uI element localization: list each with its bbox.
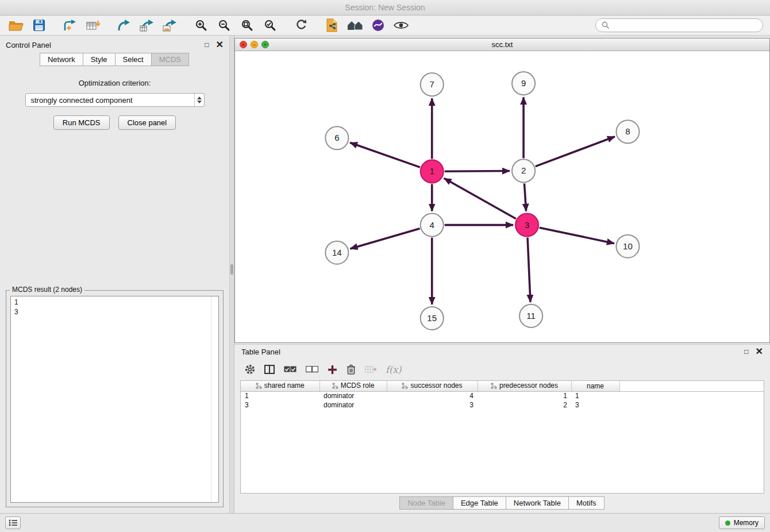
function-builder-button[interactable]: f(x) xyxy=(386,364,401,375)
tab-edge-table[interactable]: Edge Table xyxy=(453,496,506,510)
graph-node-2[interactable]: 2 xyxy=(512,159,535,182)
zoom-selected-button[interactable] xyxy=(261,17,279,33)
table-row-node-3[interactable]: 3 dominator 3 2 3 xyxy=(241,400,764,410)
maximize-window-button[interactable]: + xyxy=(261,41,269,48)
show-graphics-details-button[interactable] xyxy=(392,17,410,33)
float-table-panel-icon[interactable]: □ xyxy=(744,348,748,355)
result-scrollbar[interactable] xyxy=(211,296,218,502)
graph-node-1[interactable]: 1 xyxy=(421,160,444,183)
misc-toolbar-group xyxy=(323,17,410,33)
tab-mcds[interactable]: MCDS xyxy=(151,53,189,66)
memory-button[interactable]: Memory xyxy=(719,516,765,529)
zoom-out-button[interactable] xyxy=(215,17,233,33)
mcds-result-box[interactable]: 1 3 xyxy=(10,296,219,503)
edge-3-11[interactable] xyxy=(528,238,530,302)
open-file-button[interactable] xyxy=(7,17,25,33)
cell-name[interactable]: 1 xyxy=(571,391,619,400)
graph-node-11[interactable]: 11 xyxy=(519,304,542,327)
cell-mcds-role[interactable]: dominator xyxy=(319,391,387,400)
edge-2-3[interactable] xyxy=(524,183,526,211)
graph-node-8[interactable]: 8 xyxy=(616,120,639,143)
tab-select[interactable]: Select xyxy=(115,53,152,66)
column-header-mcds-role[interactable]: MCDS role xyxy=(319,381,387,391)
zoom-in-button[interactable] xyxy=(192,17,210,33)
mcds-result-line: 3 xyxy=(14,307,215,317)
edge-3-1[interactable] xyxy=(444,178,516,219)
edge-2-8[interactable] xyxy=(536,137,615,167)
graph-node-14[interactable]: 14 xyxy=(325,241,348,264)
search-input[interactable] xyxy=(613,21,757,30)
table-panel-tabs: Node Table Edge Table Network Table Moti… xyxy=(234,495,770,510)
cell-predecessor-nodes[interactable]: 2 xyxy=(478,400,571,410)
search-box[interactable] xyxy=(595,18,763,32)
delete-rows-button[interactable] xyxy=(346,364,356,375)
graph-node-7[interactable]: 7 xyxy=(421,73,444,96)
export-image-button[interactable] xyxy=(161,17,179,33)
splitter-thumb[interactable] xyxy=(230,264,233,275)
eye-icon xyxy=(394,21,409,30)
network-canvas[interactable]: 7968124314101511 xyxy=(235,51,769,342)
unselect-all-columns-button[interactable] xyxy=(306,366,318,373)
save-session-button[interactable] xyxy=(30,17,48,33)
edge-1-6[interactable] xyxy=(350,142,420,167)
new-network-button[interactable] xyxy=(115,17,133,33)
graph-node-15[interactable]: 15 xyxy=(421,307,444,330)
cell-predecessor-nodes[interactable]: 1 xyxy=(478,391,571,400)
close-panel-icon[interactable]: ✕ xyxy=(216,40,224,49)
import-network-document-button[interactable] xyxy=(323,17,341,33)
show-columns-button[interactable] xyxy=(264,365,275,374)
network-graph[interactable]: 7968124314101511 xyxy=(235,51,769,342)
select-all-columns-button[interactable] xyxy=(284,366,297,373)
column-header-predecessor-nodes[interactable]: predecessor nodes xyxy=(478,381,571,391)
column-header-successor-nodes[interactable]: successor nodes xyxy=(387,381,478,391)
graph-node-10[interactable]: 10 xyxy=(616,235,639,258)
cell-mcds-role[interactable]: dominator xyxy=(319,400,387,410)
tab-network-table[interactable]: Network Table xyxy=(506,496,569,510)
close-table-panel-icon[interactable]: ✕ xyxy=(756,347,763,356)
search-icon xyxy=(602,21,610,29)
tab-node-table[interactable]: Node Table xyxy=(399,496,453,510)
table-settings-button[interactable] xyxy=(245,364,255,375)
cell-name[interactable]: 3 xyxy=(571,400,619,410)
refresh-network-button[interactable] xyxy=(292,17,310,33)
vizmap-button[interactable] xyxy=(369,17,387,33)
tab-motifs[interactable]: Motifs xyxy=(568,496,605,510)
export-table-button[interactable] xyxy=(138,17,156,33)
cell-successor-nodes[interactable]: 3 xyxy=(387,400,478,410)
edge-1-2[interactable] xyxy=(445,171,510,172)
table-row-node-1[interactable]: 1 dominator 4 1 1 xyxy=(241,391,764,400)
home-button[interactable] xyxy=(346,17,364,33)
import-network-from-file-button[interactable] xyxy=(61,17,79,33)
graph-node-label: 6 xyxy=(334,133,339,142)
close-window-button[interactable]: × xyxy=(240,41,247,48)
import-table-from-file-button[interactable] xyxy=(84,17,102,33)
panel-splitter[interactable] xyxy=(230,36,234,513)
cell-shared-name[interactable]: 3 xyxy=(241,400,319,410)
graph-node-6[interactable]: 6 xyxy=(325,126,348,149)
graph-node-label: 3 xyxy=(525,220,529,230)
graph-node-4[interactable]: 4 xyxy=(421,214,444,237)
delete-columns-button[interactable] xyxy=(365,365,376,373)
show-panels-button[interactable] xyxy=(5,516,21,529)
optimization-criterion-select[interactable]: strongly connected component xyxy=(25,93,205,107)
network-document-icon xyxy=(326,18,338,32)
float-panel-icon[interactable]: □ xyxy=(205,41,209,48)
run-mcds-button[interactable]: Run MCDS xyxy=(53,115,110,130)
column-header-name[interactable]: name xyxy=(571,381,619,391)
cell-shared-name[interactable]: 1 xyxy=(241,391,319,400)
graph-node-3[interactable]: 3 xyxy=(515,214,538,237)
graph-node-9[interactable]: 9 xyxy=(512,72,535,95)
zoom-fit-button[interactable] xyxy=(238,17,256,33)
column-header-shared-name[interactable]: shared name xyxy=(241,381,319,391)
close-panel-button[interactable]: Close panel xyxy=(118,115,176,130)
cell-successor-nodes[interactable]: 4 xyxy=(387,391,478,400)
edge-4-14[interactable] xyxy=(350,229,419,249)
minimize-window-button[interactable]: – xyxy=(251,41,258,48)
column-header-filler xyxy=(619,381,764,391)
tab-style[interactable]: Style xyxy=(83,53,116,66)
graph-node-label: 8 xyxy=(625,126,630,136)
mcds-result-line: 1 xyxy=(14,298,215,307)
add-row-button[interactable] xyxy=(328,365,337,375)
tab-network[interactable]: Network xyxy=(40,53,83,66)
edge-3-10[interactable] xyxy=(540,228,614,244)
